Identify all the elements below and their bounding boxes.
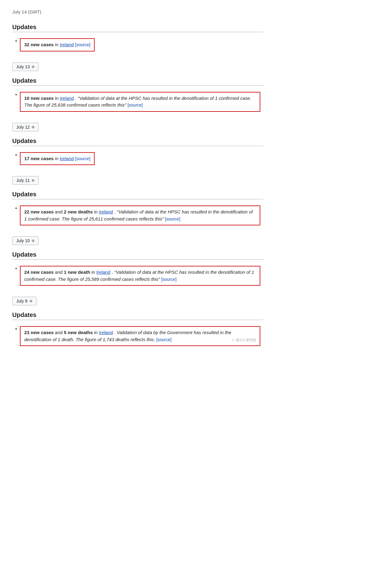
update-list-july13: • 10 new cases in Ireland . "Validation … [12, 89, 263, 114]
update-item-july9: • 23 new cases and 5 new deaths in Irela… [12, 324, 263, 349]
new-deaths-count: 2 new deaths [64, 209, 93, 214]
text-in: in [55, 156, 60, 161]
update-content-july12: 17 new cases in Ireland source [20, 152, 95, 165]
source-link[interactable]: source [127, 103, 143, 107]
update-item-july10: • 24 new cases and 1 new death in Irelan… [12, 263, 263, 288]
section-july14: Updates • 32 new cases in Ireland source [12, 24, 263, 54]
updates-heading-july9: Updates [12, 311, 263, 320]
page-header: July 14 (GMT) [12, 9, 263, 14]
new-deaths-count: 1 new death [64, 269, 90, 275]
updates-heading-july14: Updates [12, 24, 263, 32]
ireland-link[interactable]: Ireland [99, 209, 113, 214]
update-content: 32 new cases in Ireland source [20, 38, 95, 51]
text-in: in [55, 42, 60, 47]
text-after: . [111, 269, 114, 275]
section-july10: Updates • 24 new cases and 1 new death i… [12, 251, 263, 288]
new-cases-count: 10 new cases [24, 96, 54, 101]
date-button-july9[interactable]: July 9 ⊕ [12, 297, 36, 305]
new-cases-count: 23 new cases [24, 330, 54, 335]
new-cases-count: 24 new cases [24, 269, 54, 275]
bullet-icon: • [15, 92, 17, 97]
new-cases-count: 17 new cases [24, 156, 54, 161]
section-july12: Updates • 17 new cases in Ireland source [12, 138, 263, 168]
text-after: . [75, 96, 77, 101]
ireland-link[interactable]: Ireland [60, 96, 74, 101]
update-list-july12: • 17 new cases in Ireland source [12, 150, 263, 168]
date-label-july9: July 9 [16, 299, 28, 303]
updates-heading-july10: Updates [12, 251, 263, 260]
ireland-link[interactable]: Ireland [96, 269, 110, 275]
update-item-july12: • 17 new cases in Ireland source [12, 150, 263, 168]
section-july9: Updates • 23 new cases and 5 new deaths … [12, 311, 263, 349]
chevron-icon-july10: ⊕ [32, 239, 35, 243]
source-link[interactable]: source [161, 277, 176, 282]
page-container: July 14 (GMT) Updates • 32 new cases in … [12, 9, 263, 349]
date-button-july11[interactable]: July 11 ⊕ [12, 176, 39, 185]
update-content-july10: 24 new cases and 1 new death in Ireland … [20, 266, 260, 286]
new-cases-count: 32 new cases [24, 42, 54, 47]
update-list-july11: • 22 new cases and 2 new deaths in Irela… [12, 203, 263, 228]
source-link[interactable]: source [75, 42, 90, 47]
date-label-july13: July 13 [16, 64, 30, 69]
text-and: and [55, 209, 64, 214]
chevron-icon-july9: ⊕ [29, 299, 32, 303]
chevron-icon-july12: ⊕ [32, 125, 35, 129]
text-in: in [55, 96, 60, 101]
chevron-icon-july13: ⊕ [32, 65, 35, 69]
watermark-text: ☆ 爱尔兰梦想国 [232, 337, 256, 343]
update-content-july11: 22 new cases and 2 new deaths in Ireland… [20, 205, 260, 225]
update-content-july9: 23 new cases and 5 new deaths in Ireland… [20, 326, 260, 346]
section-july11: Updates • 22 new cases and 2 new deaths … [12, 191, 263, 228]
text-and: and [55, 269, 64, 275]
updates-heading-july11: Updates [12, 191, 263, 199]
text-in: in [94, 330, 99, 335]
ireland-link[interactable]: Ireland [60, 156, 74, 161]
date-label-july11: July 11 [16, 178, 30, 183]
source-link[interactable]: source [156, 337, 172, 342]
new-cases-count: 22 new cases [24, 209, 54, 214]
text-after: . [114, 330, 117, 335]
chevron-icon-july11: ⊕ [32, 178, 35, 183]
bullet-icon: • [15, 266, 17, 271]
update-content-july13: 10 new cases in Ireland . "Validation of… [20, 92, 260, 112]
text-and: and [55, 330, 64, 335]
bullet-icon: • [15, 205, 17, 211]
date-button-july13[interactable]: July 13 ⊕ [12, 62, 39, 71]
text-after: . [114, 209, 117, 214]
updates-heading-july13: Updates [12, 77, 263, 86]
bullet-icon: • [15, 326, 17, 331]
update-item-july13: • 10 new cases in Ireland . "Validation … [12, 89, 263, 114]
date-button-july10[interactable]: July 10 ⊕ [12, 236, 39, 245]
source-link[interactable]: source [165, 217, 180, 221]
update-item-july11: • 22 new cases and 2 new deaths in Irela… [12, 203, 263, 228]
new-deaths-count: 5 new deaths [64, 330, 93, 335]
text-in: in [94, 209, 99, 214]
ireland-link[interactable]: Ireland [60, 42, 74, 47]
date-label-july10: July 10 [16, 238, 30, 243]
date-label-july12: July 12 [16, 125, 30, 130]
update-list-july9: • 23 new cases and 5 new deaths in Irela… [12, 324, 263, 349]
update-list-july10: • 24 new cases and 1 new death in Irelan… [12, 263, 263, 288]
date-button-july12[interactable]: July 12 ⊕ [12, 123, 39, 131]
updates-heading-july12: Updates [12, 138, 263, 146]
text-in: in [92, 269, 96, 275]
section-july13: Updates • 10 new cases in Ireland . "Val… [12, 77, 263, 114]
update-item: • 32 new cases in Ireland source [12, 36, 263, 54]
bullet-icon: • [15, 38, 17, 43]
ireland-link[interactable]: Ireland [99, 330, 113, 335]
update-list-july14: • 32 new cases in Ireland source [12, 36, 263, 54]
source-link[interactable]: source [75, 156, 90, 161]
bullet-icon: • [15, 152, 17, 157]
